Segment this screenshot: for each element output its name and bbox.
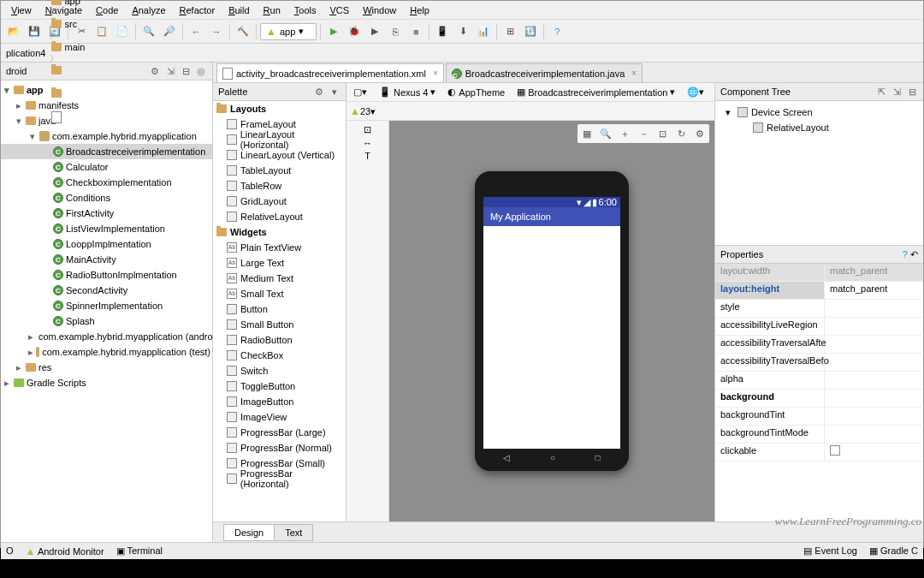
palette-item[interactable]: CheckBox	[213, 348, 346, 363]
breadcrumb-item[interactable]: src	[50, 19, 256, 29]
api-selector[interactable]: ▲23▾	[350, 105, 376, 117]
run-icon[interactable]: ▶	[324, 22, 343, 41]
property-row[interactable]: accessibilityLiveRegion	[715, 318, 923, 336]
property-row[interactable]: layout:widthmatch_parent	[715, 264, 923, 282]
tree-item[interactable]: Calculator	[1, 159, 212, 175]
tree-item[interactable]: ▸res	[1, 360, 212, 375]
palette-item[interactable]: ProgressBar (Large)	[213, 425, 346, 440]
activity-selector[interactable]: ▦ Broadcastreceiverimplementation▾	[513, 86, 678, 98]
tree-item[interactable]: Splash	[1, 313, 212, 329]
terminal-button[interactable]: ▣ Terminal	[116, 545, 163, 557]
chevron-down-icon[interactable]: ▾	[329, 86, 341, 98]
tree-item[interactable]: SecondActivity	[1, 283, 212, 298]
outline-tool-icon[interactable]: ⊡	[364, 124, 371, 135]
tree-item[interactable]: Conditions	[1, 190, 212, 206]
palette-item[interactable]: TableLayout	[213, 163, 346, 178]
palette-item[interactable]: Small Text	[213, 286, 346, 301]
component-tree-item[interactable]: RelativeLayout	[719, 120, 920, 135]
palette-item[interactable]: RadioButton	[213, 332, 346, 348]
palette-item[interactable]: Button	[213, 301, 346, 317]
hide-icon[interactable]: ⊟	[180, 65, 192, 77]
zoom-fit-icon[interactable]: 🔍	[598, 126, 613, 141]
debug-icon[interactable]: 🐞	[345, 22, 364, 41]
run-cov-icon[interactable]: ▶	[365, 22, 384, 41]
hide-icon[interactable]: ⊟	[906, 86, 918, 98]
palette-item[interactable]: ProgressBar (Horizontal)	[213, 471, 346, 486]
palette-item[interactable]: Switch	[213, 363, 346, 378]
tree-item[interactable]: FirstActivity	[1, 206, 212, 221]
run-config-selector[interactable]: ▲ app ▾	[260, 23, 317, 40]
property-row[interactable]: clickable	[715, 444, 923, 462]
zoom-actual-icon[interactable]: ⊡	[654, 126, 670, 141]
menu-help[interactable]: Help	[403, 3, 436, 17]
menu-window[interactable]: Window	[356, 3, 403, 17]
palette-item[interactable]: ImageButton	[213, 394, 346, 409]
editor-tab[interactable]: Broadcastreceiverimplementation.java×	[446, 63, 643, 82]
tree-item[interactable]: Checkboximplementation	[1, 175, 212, 190]
menu-vcs[interactable]: VCS	[323, 3, 357, 17]
tree-item[interactable]: RadioButtonImplmentation	[1, 267, 212, 283]
palette-item[interactable]: ImageView	[213, 409, 346, 425]
stop-icon[interactable]: ■	[406, 22, 425, 41]
tree-item[interactable]: ▾com.example.hybrid.myapplication	[1, 128, 212, 144]
property-row[interactable]: layout:heightmatch_parent	[715, 282, 923, 300]
tree-item[interactable]: Broadcastreceiverimplementation	[1, 144, 212, 159]
locale-selector[interactable]: 🌐▾	[684, 86, 708, 98]
sync-gradle-icon[interactable]: 🔃	[521, 22, 540, 41]
save-icon[interactable]: 💾	[25, 22, 44, 41]
properties-table[interactable]: layout:widthmatch_parentlayout:heightmat…	[715, 264, 923, 521]
gradle-console-button[interactable]: ▦ Gradle C	[869, 545, 918, 557]
checkbox[interactable]	[830, 445, 840, 456]
zoom-out-icon[interactable]: －	[636, 126, 651, 141]
tree-item[interactable]: SpinnerImplementation	[1, 298, 212, 313]
gear-icon[interactable]: ⚙	[149, 65, 161, 77]
property-row[interactable]: backgroundTintMode	[715, 426, 923, 444]
event-log-button[interactable]: ▤ Event Log	[803, 545, 857, 557]
palette-category[interactable]: Layouts	[213, 101, 346, 116]
phone-screen[interactable]: ▾ ◢ ▮ 6:00 My Application	[483, 197, 620, 449]
palette-item[interactable]: Plain TextView	[213, 240, 346, 255]
palette-item[interactable]: ProgressBar (Normal)	[213, 440, 346, 456]
palette-item[interactable]: LinearLayout (Vertical)	[213, 147, 346, 163]
palette-item[interactable]: TableRow	[213, 178, 346, 194]
sdk-icon[interactable]: ⬇	[453, 22, 472, 41]
property-row[interactable]: alpha	[715, 372, 923, 390]
orientation-selector[interactable]: ▢▾	[350, 86, 370, 98]
expand-icon[interactable]: ⇱	[875, 86, 887, 98]
canvas-viewport[interactable]: ▦ 🔍 ＋ － ⊡ ↻ ⚙ ▾	[389, 121, 714, 521]
property-row[interactable]: background	[715, 390, 923, 408]
palette-list[interactable]: LayoutsFrameLayoutLinearLayout (Horizont…	[213, 101, 346, 521]
target-icon[interactable]: ◎	[195, 65, 207, 77]
project-variant-selector[interactable]: droid ⚙ ⇲ ⊟ ◎	[1, 63, 212, 80]
breadcrumb-item[interactable]: app	[50, 0, 256, 6]
tree-item[interactable]: ▸com.example.hybrid.myapplication (andro…	[1, 329, 212, 344]
tree-item[interactable]: MainActivity	[1, 252, 212, 267]
property-row[interactable]: accessibilityTraversalBefo	[715, 354, 923, 372]
menu-run[interactable]: Run	[257, 3, 287, 17]
monitor-icon[interactable]: 📊	[474, 22, 493, 41]
palette-item[interactable]: Small Button	[213, 317, 346, 332]
collapse-icon[interactable]: ⇲	[164, 65, 176, 77]
avd-icon[interactable]: 📱	[433, 22, 452, 41]
refresh-icon[interactable]: ↻	[673, 126, 689, 141]
palette-item[interactable]: Large Text	[213, 255, 346, 271]
tab-text[interactable]: Text	[274, 524, 313, 541]
gear-icon[interactable]: ⚙	[313, 86, 325, 98]
theme-selector[interactable]: ◐ AppTheme	[444, 86, 508, 98]
undo-icon[interactable]: ↶	[910, 249, 918, 259]
device-selector[interactable]: 📱 Nexus 4▾	[376, 86, 439, 98]
tree-item[interactable]: ▸com.example.hybrid.myapplication (test)	[1, 344, 212, 360]
settings-icon[interactable]: ⚙	[692, 126, 708, 141]
palette-item[interactable]: LinearLayout (Horizontal)	[213, 132, 346, 147]
palette-item[interactable]: RelativeLayout	[213, 209, 346, 224]
breadcrumb-item[interactable]: main	[50, 42, 256, 52]
text-tool-icon[interactable]: T	[364, 151, 370, 161]
component-tree-item[interactable]: ▾Device Screen	[719, 104, 920, 120]
property-row[interactable]: style	[715, 300, 923, 318]
help-icon[interactable]: ?	[548, 22, 566, 41]
zoom-in-icon[interactable]: ＋	[617, 126, 632, 141]
editor-tab[interactable]: activity_broadcastreceiverimplementation…	[216, 63, 444, 82]
property-row[interactable]: accessibilityTraversalAfte	[715, 336, 923, 354]
open-icon[interactable]: 📂	[4, 22, 23, 41]
todo-button[interactable]: O	[6, 545, 14, 557]
